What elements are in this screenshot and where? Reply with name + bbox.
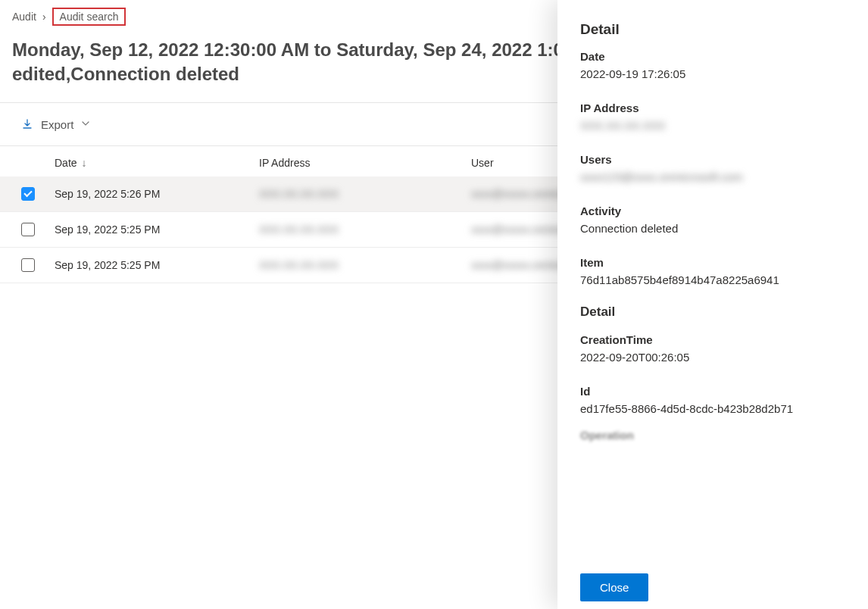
ip-label: IP Address xyxy=(580,102,845,114)
date-value: 2022-09-19 17:26:05 xyxy=(580,67,845,80)
breadcrumb-parent[interactable]: Audit xyxy=(12,11,36,23)
creationtime-label: CreationTime xyxy=(580,333,845,346)
chevron-down-icon xyxy=(81,119,90,130)
panel-title: Detail xyxy=(580,21,845,38)
cell-date: Sep 19, 2022 5:25 PM xyxy=(55,223,259,236)
panel-content: Detail Date 2022-09-19 17:26:05 IP Addre… xyxy=(557,0,868,566)
cell-ip: XXX.XX.XX.XXX xyxy=(259,259,471,271)
id-value: ed17fe55-8866-4d5d-8cdc-b423b28d2b71 xyxy=(580,402,845,415)
date-label: Date xyxy=(580,50,845,63)
item-label: Item xyxy=(580,256,845,269)
activity-value: Connection deleted xyxy=(580,222,845,235)
cell-ip: XXX.XX.XX.XXX xyxy=(259,223,471,236)
cutoff-text: Operation xyxy=(580,429,845,442)
activity-label: Activity xyxy=(580,205,845,217)
detail-panel: Detail Date 2022-09-19 17:26:05 IP Addre… xyxy=(557,0,868,609)
users-value: xxxx123@xxxx.onmicrosoft.com xyxy=(580,170,845,183)
item-value: 76d11ab8575b4ef8914b47a8225a6941 xyxy=(580,273,845,286)
row-checkbox[interactable] xyxy=(21,223,35,236)
chevron-right-icon: › xyxy=(42,11,46,23)
row-checkbox[interactable] xyxy=(21,187,35,201)
panel-footer: Close xyxy=(557,566,868,609)
users-label: Users xyxy=(580,153,845,166)
header-date[interactable]: Date ↓ xyxy=(55,157,259,169)
panel-subtitle: Detail xyxy=(580,304,845,320)
breadcrumb-current: Audit search xyxy=(52,8,126,26)
creationtime-value: 2022-09-20T00:26:05 xyxy=(580,351,845,364)
download-icon xyxy=(21,118,33,130)
sort-desc-icon: ↓ xyxy=(82,157,87,169)
header-ip[interactable]: IP Address xyxy=(259,157,471,169)
id-label: Id xyxy=(580,385,845,398)
close-button[interactable]: Close xyxy=(580,573,648,601)
header-date-label: Date xyxy=(55,157,77,169)
cell-date: Sep 19, 2022 5:25 PM xyxy=(55,259,259,271)
ip-value: XXX.XX.XX.XXX xyxy=(580,119,845,132)
export-label: Export xyxy=(41,118,73,131)
export-button[interactable]: Export xyxy=(21,118,90,131)
cell-ip: XXX.XX.XX.XXX xyxy=(259,188,471,200)
row-checkbox[interactable] xyxy=(21,258,35,272)
cell-date: Sep 19, 2022 5:26 PM xyxy=(55,188,259,200)
